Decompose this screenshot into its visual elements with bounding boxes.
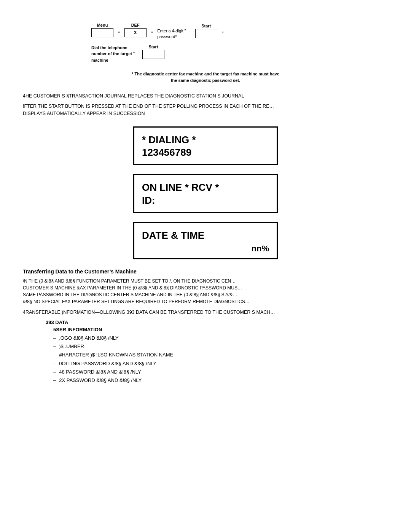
para2: !FTER THE START BUTTON IS PRESSED AT THE… [23, 103, 388, 117]
enter-password-label: Enter a 4-digit " password* [157, 28, 186, 40]
dial-label: Dial the telephonenumber of the target "… [91, 45, 135, 64]
online-line2: ID: [142, 194, 269, 207]
list-item-text: 2X PASSWORD &!8§ AND &!8§ /NLY [59, 376, 142, 385]
list-items-container: –,OGO &!8§ AND &!8§ /NLY–)$ .UMBER–#HARA… [46, 334, 388, 385]
list-dash: – [53, 351, 56, 359]
list-item-text: #HARACTER )$ !LSO KNOWN AS STATION NAME [59, 351, 173, 359]
list-item: –#HARACTER )$ !LSO KNOWN AS STATION NAME [53, 351, 388, 359]
list-dash: – [53, 368, 56, 376]
dialing-line1: * DIALING * [142, 134, 269, 147]
list-item: –,OGO &!8§ AND &!8§ /NLY [53, 334, 388, 342]
list-item: –2X PASSWORD &!8§ AND &!8§ /NLY [53, 376, 388, 385]
display-box-online: ON LINE * RCV * ID: [133, 174, 278, 213]
list-item-text: 48 PASSWORD &!8§ AND &!8§ /NLY [59, 368, 141, 376]
list-dash: – [53, 376, 56, 385]
display-box-datetime: DATE & TIME nn% [133, 222, 278, 259]
display-box-dialing: * DIALING * 123456789 [133, 126, 278, 165]
list-dash: – [53, 359, 56, 368]
menu-box [91, 28, 113, 37]
datetime-line2: nn% [142, 244, 269, 254]
def-box-group: DEF 3 [124, 23, 147, 37]
list-item: –48 PASSWORD &!8§ AND &!8§ /NLY [53, 368, 388, 376]
list-item: –)$ .UMBER [53, 342, 388, 351]
para4: 4RANSFERABLE )NFORMATION—OLLOWING 393 DA… [23, 309, 388, 316]
para3: /N THE (0 &!8§ AND &!8§ FUNCTION PARAMET… [23, 278, 388, 305]
list-title: 393 DATA [46, 320, 388, 325]
menu-label: Menu [97, 23, 108, 27]
connector4: " [221, 30, 225, 36]
list-item: –0OLLING PASSWORD &!8§ AND &!8§ /NLY [53, 359, 388, 368]
datetime-line1: DATE & TIME [142, 229, 269, 242]
sub-list-title: 5SER INFORMATION [53, 327, 388, 332]
def-label: DEF [131, 23, 140, 27]
start-box1 [195, 29, 217, 38]
list-dash: – [53, 334, 56, 342]
list-dash: – [53, 342, 56, 351]
start-box-group2: Start [142, 45, 164, 59]
def-box: 3 [124, 28, 147, 37]
diagram-section: Menu " DEF 3 " Enter a 4-digit " passwor… [91, 23, 388, 63]
menu-box-group: Menu [91, 23, 113, 37]
dialing-line2: 123456789 [142, 146, 269, 159]
note-text: * The diagnostic center fax machine and … [23, 71, 388, 83]
list-section: 393 DATA 5SER INFORMATION –,OGO &!8§ AND… [46, 320, 388, 385]
list-item-text: 0OLLING PASSWORD &!8§ AND &!8§ /NLY [59, 359, 156, 368]
start-box-group1: Start [195, 24, 217, 38]
para1: 4HE CUSTOMER S §TRANSACTION JOURNAL REPL… [23, 93, 388, 100]
connector2: " [150, 30, 154, 36]
list-item-text: ,OGO &!8§ AND &!8§ /NLY [59, 334, 119, 342]
online-line1: ON LINE * RCV * [142, 181, 269, 194]
start-label2: Start [148, 45, 158, 49]
start-label1: Start [201, 24, 211, 28]
connector1: " [117, 30, 121, 36]
list-item-text: )$ .UMBER [59, 342, 84, 351]
section-heading: Transferring Data to the Customer’s Mach… [23, 268, 388, 275]
start-box2 [142, 50, 164, 59]
